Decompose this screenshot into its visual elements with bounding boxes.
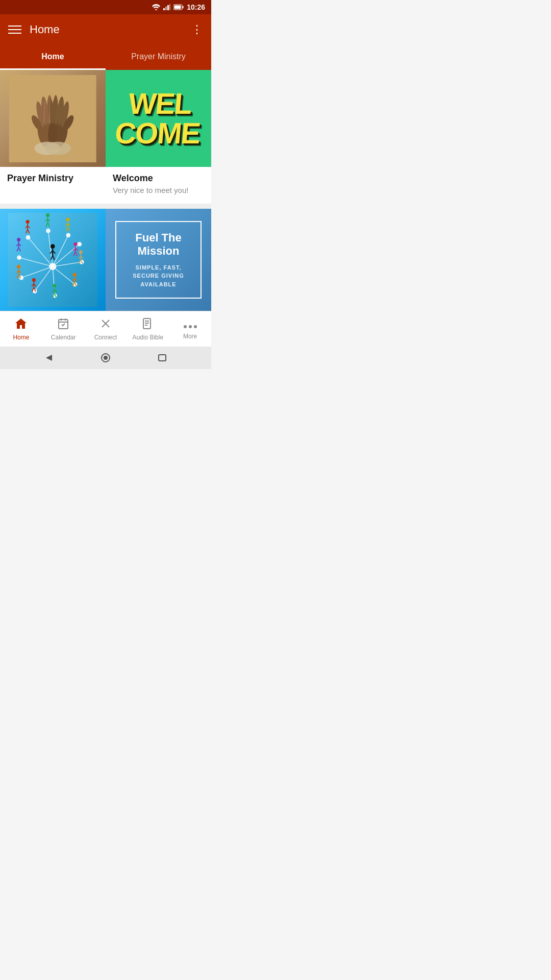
card-labels-row1: Prayer Ministry Welcome Very nice to mee… — [0, 167, 211, 204]
more-icon — [184, 318, 197, 331]
svg-rect-129 — [159, 355, 166, 361]
svg-point-123 — [184, 325, 187, 328]
fuel-mission-subtitle: SIMPLE, FAST, SECURE GIVING AVAILABLE — [123, 263, 194, 289]
svg-point-89 — [53, 284, 57, 287]
fuel-mission-title: Fuel The Mission — [123, 231, 194, 258]
fuel-mission-box: Fuel The Mission SIMPLE, FAST, SECURE GI… — [115, 221, 202, 299]
recents-button[interactable] — [156, 352, 168, 364]
svg-point-128 — [104, 356, 108, 360]
svg-point-124 — [189, 325, 192, 328]
svg-point-65 — [66, 218, 70, 222]
svg-rect-1 — [163, 8, 165, 10]
bottom-navigation: Home Calendar Connect — [0, 311, 211, 347]
svg-rect-3 — [167, 5, 169, 10]
more-options-button[interactable]: ⋮ — [191, 23, 203, 36]
tab-home[interactable]: Home — [0, 45, 106, 68]
svg-rect-2 — [165, 7, 167, 10]
svg-marker-126 — [46, 355, 52, 361]
svg-point-107 — [73, 273, 77, 276]
svg-point-39 — [66, 233, 71, 237]
signal-icon — [163, 4, 170, 10]
menu-button[interactable] — [8, 26, 21, 34]
svg-point-0 — [156, 9, 157, 11]
connect-card-image[interactable] — [0, 209, 106, 311]
svg-point-40 — [78, 242, 82, 247]
svg-rect-25 — [8, 213, 97, 307]
svg-point-77 — [17, 265, 20, 268]
nav-item-more[interactable]: More — [169, 311, 211, 347]
nav-connect-label: Connect — [94, 334, 117, 341]
svg-point-95 — [74, 242, 78, 246]
nav-calendar-label: Calendar — [51, 334, 76, 341]
nav-audio-bible-label: Audio Bible — [132, 334, 163, 341]
tab-prayer-ministry[interactable]: Prayer Ministry — [106, 45, 211, 68]
svg-point-38 — [46, 229, 51, 233]
status-time: 10:26 — [187, 3, 205, 11]
svg-point-83 — [32, 278, 36, 282]
svg-point-59 — [46, 213, 49, 217]
nav-item-audio-bible[interactable]: Audio Bible — [127, 311, 169, 347]
battery-icon — [173, 4, 184, 10]
svg-rect-4 — [169, 4, 170, 10]
svg-point-71 — [17, 238, 20, 241]
svg-point-22 — [45, 141, 71, 155]
first-row-grid: WELCOME — [0, 70, 211, 167]
prayer-ministry-card-image[interactable] — [0, 70, 106, 167]
fuel-mission-card-image[interactable]: Fuel The Mission SIMPLE, FAST, SECURE GI… — [106, 209, 211, 311]
nav-item-connect[interactable]: Connect — [85, 311, 127, 347]
connect-icon — [99, 317, 112, 332]
system-nav-bar — [0, 347, 211, 369]
status-bar: 10:26 — [0, 0, 211, 14]
back-button[interactable] — [43, 352, 55, 364]
wifi-icon — [152, 4, 160, 10]
home-button[interactable] — [99, 352, 112, 364]
app-bar-title: Home — [30, 23, 60, 36]
welcome-card-image[interactable]: WELCOME — [106, 70, 211, 167]
svg-point-46 — [17, 255, 21, 260]
tab-bar: Home Prayer Ministry — [0, 45, 211, 70]
second-row-grid: Fuel The Mission SIMPLE, FAST, SECURE GI… — [0, 209, 211, 311]
audio-bible-icon — [142, 317, 154, 332]
welcome-text-art: WELCOME — [109, 85, 208, 152]
svg-rect-7 — [174, 6, 181, 9]
app-bar: Home ⋮ — [0, 14, 211, 45]
prayer-ministry-label: Prayer Ministry — [7, 173, 98, 184]
nav-item-home[interactable]: Home — [0, 311, 42, 347]
nav-item-calendar[interactable]: Calendar — [42, 311, 85, 347]
nav-home-label: Home — [13, 334, 29, 341]
svg-point-37 — [26, 235, 31, 240]
row-divider — [0, 204, 211, 209]
welcome-subtitle: Very nice to meet you! — [113, 186, 204, 194]
home-icon — [14, 317, 28, 332]
welcome-label: Welcome — [113, 173, 204, 184]
svg-point-47 — [51, 244, 55, 249]
svg-point-125 — [194, 325, 197, 328]
nav-more-label: More — [183, 333, 197, 340]
svg-point-53 — [26, 220, 30, 224]
svg-rect-113 — [59, 320, 68, 329]
svg-rect-6 — [183, 6, 184, 9]
calendar-icon — [57, 317, 69, 332]
svg-point-101 — [79, 251, 83, 254]
